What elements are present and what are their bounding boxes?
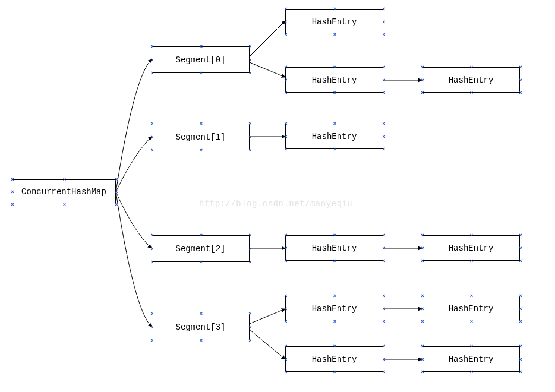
node-label: HashEntry xyxy=(312,244,357,253)
node-label: Segment[3] xyxy=(175,323,225,332)
watermark-text: http://blog.csdn.net/maoyeqiu xyxy=(199,199,352,208)
node-label: HashEntry xyxy=(312,17,357,27)
node-label: HashEntry xyxy=(449,304,494,314)
node-label: Segment[2] xyxy=(175,244,225,254)
node-segment-2: Segment[2] xyxy=(152,235,250,262)
node-hashentry: HashEntry xyxy=(422,67,520,93)
node-label: Segment[1] xyxy=(175,132,225,142)
node-hashentry: HashEntry xyxy=(285,124,383,149)
node-label: HashEntry xyxy=(312,355,357,364)
node-hashentry: HashEntry xyxy=(285,9,383,34)
node-hashentry: HashEntry xyxy=(285,346,383,372)
node-hashentry: HashEntry xyxy=(285,235,383,261)
node-concurrenthashmap: ConcurrentHashMap xyxy=(12,179,116,204)
node-label: Segment[0] xyxy=(175,55,225,65)
node-hashentry: HashEntry xyxy=(285,67,383,93)
node-label: HashEntry xyxy=(312,132,357,141)
node-label: HashEntry xyxy=(312,304,357,314)
node-segment-0: Segment[0] xyxy=(152,46,250,73)
node-hashentry: HashEntry xyxy=(422,296,520,321)
node-label: HashEntry xyxy=(449,355,494,364)
node-hashentry: HashEntry xyxy=(422,235,520,261)
node-label: HashEntry xyxy=(312,75,357,85)
node-hashentry: HashEntry xyxy=(422,346,520,372)
node-label: ConcurrentHashMap xyxy=(21,187,106,197)
node-label: HashEntry xyxy=(449,244,494,253)
node-label: HashEntry xyxy=(449,75,494,85)
node-segment-1: Segment[1] xyxy=(152,124,250,150)
node-segment-3: Segment[3] xyxy=(152,314,250,340)
node-hashentry: HashEntry xyxy=(285,296,383,321)
